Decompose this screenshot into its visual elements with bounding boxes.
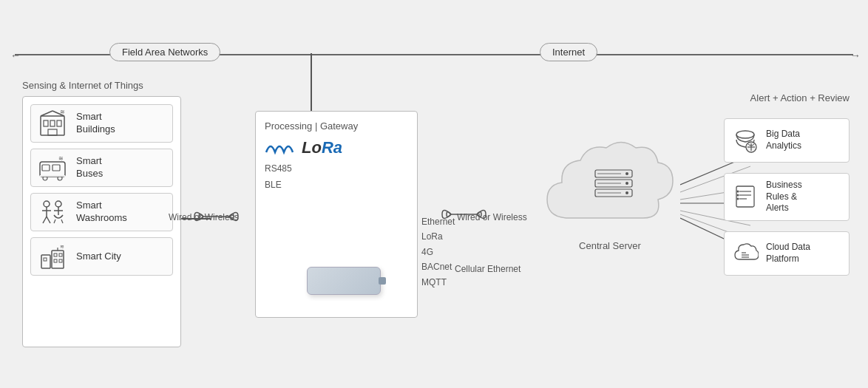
svg-rect-29 <box>59 253 62 256</box>
svg-line-24 <box>61 219 63 223</box>
smart-city-icon: ≋ <box>35 242 69 270</box>
cloud-data-icon <box>730 239 760 268</box>
svg-rect-4 <box>48 129 57 135</box>
iot-item-smart-buses: ≋ SmartBuses <box>30 149 173 187</box>
svg-rect-10 <box>52 165 60 171</box>
svg-rect-1 <box>44 120 48 126</box>
smart-buildings-label: SmartBuildings <box>76 111 115 136</box>
wired-wireless-right: Wired or Wireless <box>457 211 527 224</box>
device-box <box>307 267 381 295</box>
smart-washrooms-label: SmartWashrooms <box>76 200 127 225</box>
svg-point-65 <box>737 198 739 200</box>
svg-line-19 <box>47 217 50 223</box>
device-port <box>379 277 386 285</box>
svg-line-5 <box>41 111 52 116</box>
svg-rect-0 <box>41 116 64 135</box>
smart-buses-icon: ≋ <box>35 154 69 182</box>
iot-section: ≋ SmartBuildings ≋ SmartBuses <box>22 96 181 347</box>
wired-wireless-left: Wired or Wireless <box>169 211 239 224</box>
lora-logo-area: LoRa <box>265 137 408 158</box>
business-rules-icon <box>730 182 760 211</box>
svg-text:≋: ≋ <box>58 155 64 162</box>
svg-point-40 <box>625 182 628 185</box>
service-cloud-data: Cloud DataPlatform <box>724 231 850 276</box>
services-section: Big DataAnalytics BusinessRules &Alerts <box>724 118 850 286</box>
service-big-data: Big DataAnalytics <box>724 118 850 163</box>
iot-item-smart-buildings: ≋ SmartBuildings <box>30 104 173 143</box>
gateway-device <box>307 267 381 295</box>
svg-line-23 <box>54 219 55 223</box>
svg-line-18 <box>43 217 47 223</box>
svg-text:≋: ≋ <box>60 244 64 249</box>
big-data-label: Big DataAnalytics <box>766 129 801 152</box>
svg-point-20 <box>55 201 61 207</box>
iot-item-smart-city: ≋ Smart City <box>30 237 173 276</box>
smart-city-label: Smart City <box>76 251 121 263</box>
smart-buses-label: SmartBuses <box>76 155 103 180</box>
fan-label: Field Area Networks <box>109 43 220 61</box>
cloud-container: Central Server <box>540 129 680 248</box>
iot-section-label: Sensing & Internet of Things <box>22 80 143 91</box>
cloud-svg <box>540 129 680 240</box>
smart-buildings-icon: ≋ <box>35 109 69 137</box>
svg-rect-31 <box>59 259 62 262</box>
cloud-label: Central Server <box>540 240 680 251</box>
svg-rect-2 <box>50 120 55 126</box>
lora-text: LoRa <box>302 138 342 157</box>
lora-wave-icon <box>265 137 302 158</box>
svg-rect-59 <box>736 186 754 207</box>
business-rules-label: BusinessRules &Alerts <box>766 180 802 214</box>
service-business-rules: BusinessRules &Alerts <box>724 173 850 221</box>
svg-point-15 <box>44 201 50 207</box>
svg-point-41 <box>625 191 628 194</box>
gateway-left-protocols: RS485BLE <box>265 161 408 193</box>
svg-point-39 <box>625 172 628 175</box>
gateway-title: Processing | Gateway <box>265 120 408 132</box>
arrow-left: ← <box>10 50 21 61</box>
alert-label: Alert + Action + Review <box>750 92 850 103</box>
svg-rect-27 <box>44 258 47 261</box>
smart-washrooms-icon <box>35 198 69 226</box>
cellular-ethernet-label: Cellular Ethernet <box>455 262 521 276</box>
svg-rect-9 <box>42 165 50 171</box>
gateway-section: Processing | Gateway LoRa RS485BLE <box>255 111 418 318</box>
cloud-data-label: Cloud DataPlatform <box>766 242 810 265</box>
svg-point-63 <box>737 191 739 193</box>
svg-point-64 <box>737 194 739 197</box>
svg-rect-30 <box>54 259 57 262</box>
svg-rect-25 <box>41 255 50 268</box>
big-data-icon <box>730 126 760 155</box>
arrow-right: → <box>850 50 861 61</box>
svg-rect-13 <box>40 175 65 177</box>
svg-rect-28 <box>54 253 57 256</box>
diagram-container: ← → Field Area Networks Internet Sensing… <box>0 0 868 388</box>
svg-text:≋: ≋ <box>60 110 65 115</box>
svg-point-55 <box>736 131 754 138</box>
svg-rect-3 <box>57 120 61 126</box>
internet-label: Internet <box>540 43 597 61</box>
iot-item-smart-washrooms: SmartWashrooms <box>30 193 173 231</box>
